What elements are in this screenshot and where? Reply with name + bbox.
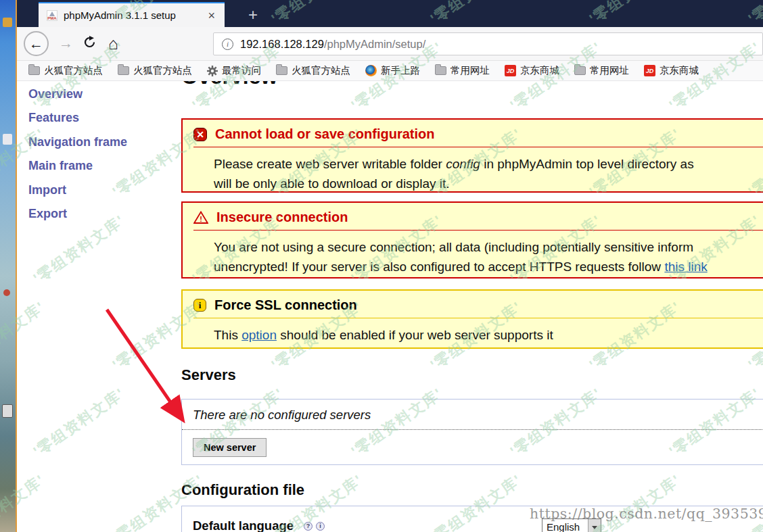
- sidebar-item-main-frame[interactable]: Main frame: [28, 154, 127, 178]
- servers-heading: Servers: [181, 366, 236, 384]
- notice-title: Force SSL connection: [214, 297, 357, 313]
- site-info-icon[interactable]: i: [222, 39, 233, 50]
- sidebar-item-import[interactable]: Import: [28, 178, 127, 202]
- notice-insecure-connection: ! Insecure connection You are not using …: [181, 201, 763, 279]
- folder-icon: [276, 66, 287, 75]
- notice-title: Cannot load or save configuration: [215, 126, 434, 142]
- folder-icon: [435, 66, 446, 75]
- reload-icon: [83, 36, 96, 49]
- page-content: Overview Features Navigation frame Main …: [17, 81, 763, 532]
- error-x-icon: ✕: [193, 128, 207, 141]
- jd-icon: JD: [505, 65, 516, 76]
- phpmyadmin-favicon-icon: PMA: [47, 10, 57, 21]
- desktop-icon: [2, 404, 13, 418]
- sidebar-item-overview[interactable]: Overview: [28, 82, 127, 106]
- desktop-icon: [3, 134, 12, 145]
- sidebar-item-navigation-frame[interactable]: Navigation frame: [28, 130, 127, 154]
- configuration-panel: Default language ? i English: [181, 506, 763, 532]
- bookmark-item[interactable]: 常用网址: [427, 64, 497, 77]
- bookmark-item[interactable]: 新手上路: [358, 64, 427, 77]
- desktop-icon: [3, 18, 12, 27]
- bookmark-item[interactable]: 火狐官方站点: [110, 64, 200, 77]
- browser-tab-bar: PMA phpMyAdmin 3.1.1 setup × +: [17, 0, 763, 27]
- notice-body-line: This option should be enabled if your we…: [214, 325, 763, 345]
- servers-panel: There are no configured servers New serv…: [181, 399, 763, 465]
- notice-body-line: unencrypted! If your server is also conf…: [214, 257, 763, 276]
- bookmark-item[interactable]: 常用网址: [567, 64, 637, 77]
- sidebar-item-export[interactable]: Export: [28, 202, 127, 226]
- bookmark-item[interactable]: 最常访问: [200, 64, 269, 77]
- tab-close-icon[interactable]: ×: [205, 9, 218, 22]
- new-server-button[interactable]: New server: [193, 438, 267, 457]
- url-text[interactable]: 192.168.128.129/phpMyAdmin/setup/: [240, 38, 425, 51]
- desktop-background-strip: [0, 0, 17, 532]
- no-servers-message: There are no configured servers: [193, 408, 763, 422]
- folder-icon: [574, 66, 586, 75]
- warning-triangle-icon: !: [193, 211, 208, 224]
- tab-title: phpMyAdmin 3.1.1 setup: [64, 9, 199, 21]
- url-bar[interactable]: i 192.168.128.129/phpMyAdmin/setup/: [213, 32, 763, 55]
- firefox-icon: [365, 65, 377, 76]
- help-icon[interactable]: ?: [304, 522, 313, 531]
- bookmark-item[interactable]: 火狐官方站点: [21, 64, 110, 77]
- bookmark-item[interactable]: JD京东商城: [637, 64, 706, 77]
- notice-cannot-load-config: ✕ Cannot load or save configuration Plea…: [181, 118, 763, 193]
- page-title: Overview: [181, 81, 277, 89]
- new-tab-button[interactable]: +: [240, 4, 266, 26]
- configuration-file-heading: Configuration file: [181, 481, 304, 499]
- browser-toolbar: ← → ⌂ i 192.168.128.129/phpMyAdmin/setup…: [17, 27, 763, 61]
- notice-force-ssl: i Force SSL connection This option shoul…: [181, 289, 763, 349]
- notice-title: Insecure connection: [216, 210, 348, 225]
- divider: [182, 429, 763, 430]
- jd-icon: JD: [644, 65, 655, 76]
- bookmark-item[interactable]: 火狐官方站点: [269, 64, 358, 77]
- svg-text:!: !: [200, 215, 202, 223]
- bookmark-item[interactable]: JD京东商城: [497, 64, 567, 77]
- language-select-value: English: [542, 519, 588, 532]
- forward-button[interactable]: →: [59, 35, 73, 51]
- dropdown-arrow-icon[interactable]: [588, 519, 601, 532]
- home-button[interactable]: ⌂: [108, 34, 118, 53]
- sidebar-item-features[interactable]: Features: [28, 106, 127, 130]
- reload-button[interactable]: [83, 36, 96, 52]
- default-language-label: Default language ? i: [193, 518, 325, 532]
- info-icon: i: [193, 299, 206, 312]
- bookmarks-bar: 火狐官方站点 火狐官方站点 最常访问 火狐官方站点 新手上路 常用网址 JD京东…: [17, 61, 763, 81]
- browser-tab-active[interactable]: PMA phpMyAdmin 3.1.1 setup ×: [39, 2, 225, 27]
- folder-icon: [118, 66, 129, 75]
- notice-body-line: will be only able to download or display…: [214, 174, 763, 193]
- gear-icon: [207, 66, 218, 76]
- option-link[interactable]: option: [241, 328, 277, 342]
- desktop-icon: [3, 289, 10, 296]
- doc-info-icon[interactable]: i: [316, 522, 325, 531]
- folder-icon: [28, 66, 40, 75]
- setup-sidebar: Overview Features Navigation frame Main …: [28, 82, 127, 226]
- language-select[interactable]: English: [542, 518, 601, 532]
- notice-body-line: Please create web server writable folder…: [214, 154, 763, 174]
- notice-body-line: You are not using a secure connection; a…: [214, 237, 763, 257]
- https-link[interactable]: this link: [664, 260, 707, 274]
- back-button[interactable]: ←: [24, 31, 49, 56]
